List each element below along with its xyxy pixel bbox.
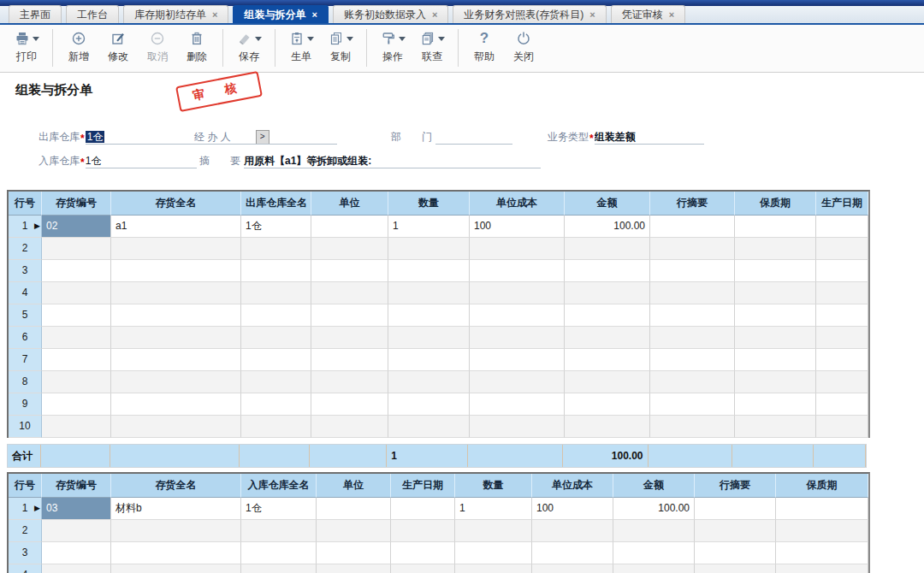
save-button[interactable]: 保存 xyxy=(229,29,269,64)
grid-cell[interactable] xyxy=(455,542,532,564)
grid-cell[interactable] xyxy=(735,238,816,260)
grid-cell[interactable] xyxy=(42,349,111,371)
grid-cell[interactable] xyxy=(42,520,111,542)
grid-cell[interactable] xyxy=(391,564,455,573)
grid-cell[interactable] xyxy=(565,260,650,282)
grid-cell[interactable] xyxy=(650,393,735,416)
grid-cell[interactable] xyxy=(111,260,241,282)
chevron-down-icon[interactable] xyxy=(399,37,406,41)
grid-cell[interactable] xyxy=(650,260,735,282)
grid-cell[interactable] xyxy=(42,564,111,573)
grid-cell[interactable] xyxy=(695,520,776,542)
grid-cell[interactable] xyxy=(311,282,388,304)
grid-cell[interactable] xyxy=(391,542,455,564)
chevron-down-icon[interactable] xyxy=(255,37,262,41)
grid-cell[interactable] xyxy=(241,520,317,542)
grid-cell[interactable]: 100.00 xyxy=(613,498,695,520)
grid-cell[interactable] xyxy=(42,416,111,438)
grid-cell[interactable] xyxy=(735,393,816,416)
grid-cell[interactable] xyxy=(42,327,111,349)
grid-cell[interactable] xyxy=(650,327,735,349)
grid-cell[interactable] xyxy=(388,349,470,371)
grid-cell[interactable] xyxy=(695,564,776,573)
grid-cell[interactable]: 1 xyxy=(388,216,470,238)
grid-cell[interactable] xyxy=(111,393,241,416)
grid-cell[interactable] xyxy=(388,416,470,438)
grid-cell[interactable] xyxy=(565,238,650,260)
grid-cell[interactable] xyxy=(650,371,735,393)
grid-cell[interactable] xyxy=(816,416,868,438)
close-icon[interactable]: × xyxy=(311,6,317,23)
grid-cell[interactable] xyxy=(388,238,470,260)
grid-cell[interactable] xyxy=(816,260,868,282)
grid-cell[interactable] xyxy=(391,520,455,542)
grid-cell[interactable] xyxy=(241,542,317,564)
grid-cell[interactable] xyxy=(241,304,311,327)
grid-cell[interactable] xyxy=(311,371,388,393)
grid-cell[interactable] xyxy=(565,327,650,349)
grid-cell[interactable] xyxy=(816,393,868,416)
grid-cell[interactable] xyxy=(42,238,111,260)
close-icon[interactable]: × xyxy=(212,6,217,23)
chevron-down-icon[interactable] xyxy=(438,37,445,41)
grid-cell[interactable] xyxy=(470,327,565,349)
grid-cell[interactable] xyxy=(42,371,111,393)
close-icon[interactable]: × xyxy=(432,6,437,23)
chevron-down-icon[interactable] xyxy=(307,37,314,41)
grid-cell[interactable] xyxy=(241,327,311,349)
row-number-cell[interactable]: 1▶ xyxy=(9,216,42,238)
grid-cell[interactable] xyxy=(565,371,650,393)
grid-cell[interactable] xyxy=(816,216,868,238)
tab-opening-stock[interactable]: 库存期初结存单× xyxy=(123,5,228,23)
row-number-cell[interactable]: 8 xyxy=(9,371,42,393)
tab-main[interactable]: 主界面 xyxy=(9,5,62,23)
grid-cell[interactable] xyxy=(816,327,868,349)
grid-cell[interactable] xyxy=(241,416,311,438)
tab-assembly-split[interactable]: 组装与拆分单× xyxy=(233,5,328,23)
grid-cell[interactable] xyxy=(613,564,695,573)
grid-cell[interactable] xyxy=(241,564,317,573)
grid-cell[interactable] xyxy=(650,416,735,438)
tab-initial-account-data[interactable]: 账务初始数据录入× xyxy=(333,5,448,23)
grid-cell[interactable] xyxy=(565,349,650,371)
grid-cell[interactable] xyxy=(776,564,868,573)
grid-cell[interactable] xyxy=(776,498,868,520)
grid-cell[interactable] xyxy=(241,238,311,260)
row-number-cell[interactable]: 9 xyxy=(9,393,42,416)
business-type-input[interactable]: 组装差额 xyxy=(595,130,704,145)
grid-cell[interactable]: a1 xyxy=(111,216,241,238)
grid-cell[interactable] xyxy=(532,564,613,573)
grid-cell[interactable]: 100 xyxy=(470,216,565,238)
row-number-cell[interactable]: 3 xyxy=(9,260,42,282)
grid-cell[interactable] xyxy=(735,304,816,327)
grid-cell[interactable]: 03 xyxy=(42,498,111,520)
grid-cell[interactable] xyxy=(455,520,532,542)
chevron-down-icon[interactable] xyxy=(346,37,353,41)
grid-cell[interactable] xyxy=(565,282,650,304)
grid-cell[interactable] xyxy=(241,349,311,371)
grid-cell[interactable] xyxy=(388,371,470,393)
grid-cell[interactable] xyxy=(111,371,241,393)
grid-cell[interactable] xyxy=(735,371,816,393)
grid-cell[interactable] xyxy=(111,520,241,542)
grid-cell[interactable] xyxy=(317,520,391,542)
grid-cell[interactable] xyxy=(613,542,695,564)
grid-cell[interactable] xyxy=(388,304,470,327)
inbound-warehouse-input[interactable]: 1仓 xyxy=(86,154,197,168)
grid-cell[interactable] xyxy=(816,371,868,393)
grid-cell[interactable] xyxy=(565,393,650,416)
row-number-cell[interactable]: 1▶ xyxy=(9,498,42,520)
grid-cell[interactable] xyxy=(42,304,111,327)
grid-cell[interactable] xyxy=(42,542,111,564)
grid-cell[interactable]: 1仓 xyxy=(241,216,311,238)
edit-button[interactable]: 修改 xyxy=(98,29,138,64)
grid-cell[interactable] xyxy=(650,304,735,327)
grid-cell[interactable]: 100.00 xyxy=(565,216,650,238)
department-input[interactable] xyxy=(435,130,512,145)
grid-cell[interactable]: 1仓 xyxy=(241,498,317,520)
grid-cell[interactable] xyxy=(111,416,241,438)
row-number-cell[interactable]: 4 xyxy=(9,282,42,304)
generate-doc-button[interactable]: 生单 xyxy=(281,29,321,64)
grid-cell[interactable] xyxy=(111,349,241,371)
grid-cell[interactable] xyxy=(241,260,311,282)
